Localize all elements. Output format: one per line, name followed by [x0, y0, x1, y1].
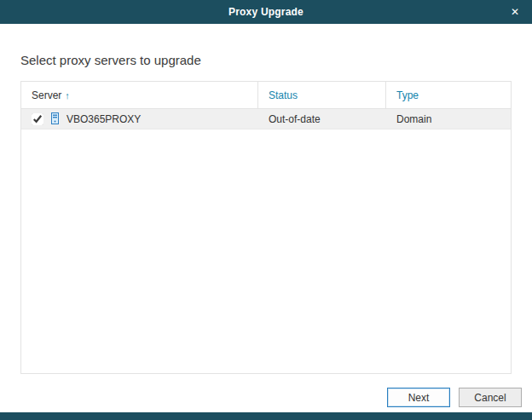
server-icon [49, 112, 61, 125]
dialog-proxy-upgrade: Proxy Upgrade ✕ Select proxy servers to … [0, 0, 532, 420]
column-header-type[interactable]: Type [386, 82, 511, 108]
column-header-server[interactable]: Server↑ [21, 82, 258, 108]
dialog-content: Select proxy servers to upgrade Server↑ … [0, 24, 532, 374]
table-header-row: Server↑ Status Type [21, 82, 511, 109]
type-cell: Domain [386, 109, 511, 129]
close-button[interactable]: ✕ [498, 0, 532, 24]
status-value: Out-of-date [269, 113, 321, 125]
cancel-button[interactable]: Cancel [459, 388, 522, 407]
status-cell: Out-of-date [258, 109, 386, 129]
window-title: Proxy Upgrade [228, 6, 304, 18]
column-header-status-label: Status [269, 89, 298, 101]
server-cell: VBO365PROXY [21, 109, 258, 129]
bottom-strip [0, 412, 532, 420]
column-header-type-label: Type [396, 89, 419, 101]
sort-asc-icon: ↑ [65, 90, 70, 101]
server-name: VBO365PROXY [66, 113, 141, 125]
row-checkbox[interactable] [32, 113, 43, 125]
page-title: Select proxy servers to upgrade [20, 53, 512, 67]
footer-buttons: Next Cancel [387, 388, 522, 407]
close-icon: ✕ [511, 6, 519, 18]
proxy-table: Server↑ Status Type [20, 81, 512, 374]
column-header-server-label: Server [32, 89, 61, 101]
titlebar: Proxy Upgrade ✕ [0, 0, 532, 24]
type-value: Domain [396, 113, 431, 125]
table-row[interactable]: VBO365PROXY Out-of-date Domain [21, 109, 511, 129]
next-button[interactable]: Next [387, 388, 450, 407]
column-header-status[interactable]: Status [258, 82, 386, 108]
